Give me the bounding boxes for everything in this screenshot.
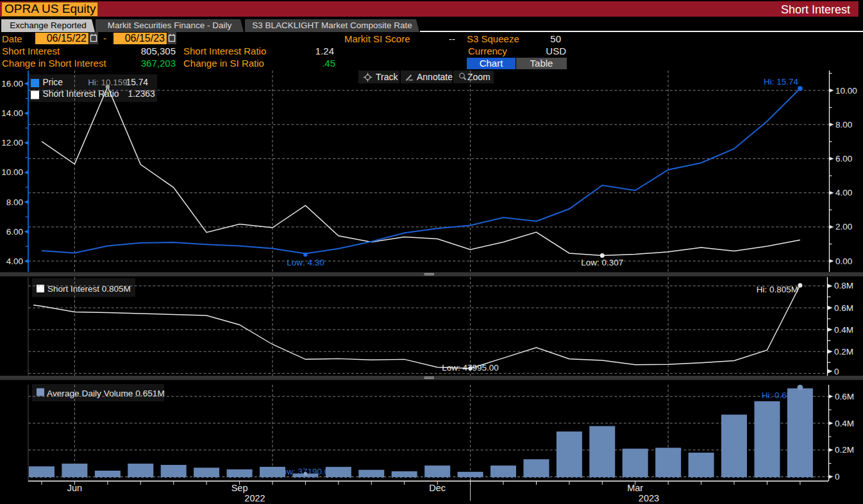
svg-text:8.00: 8.00: [835, 120, 852, 130]
svg-text:2023: 2023: [639, 493, 659, 503]
svg-text:14.00: 14.00: [1, 108, 23, 118]
svg-text:10.00: 10.00: [835, 86, 857, 96]
svg-text:Price: Price: [43, 78, 63, 87]
svg-text:Low: 47995.00: Low: 47995.00: [442, 363, 499, 373]
svg-text:Short Interest 0.805M: Short Interest 0.805M: [47, 284, 131, 294]
svg-text:16.00: 16.00: [1, 79, 23, 88]
svg-text:10.00: 10.00: [1, 167, 23, 177]
svg-text:0.6M: 0.6M: [834, 303, 853, 313]
svg-text:2.00: 2.00: [835, 222, 852, 231]
svg-text:Low: 0.307: Low: 0.307: [581, 258, 623, 267]
svg-text:0.2M: 0.2M: [834, 347, 853, 357]
svg-text:Average Daily Volume 0.651M: Average Daily Volume 0.651M: [47, 389, 165, 398]
svg-text:Hi: 15.74: Hi: 15.74: [764, 77, 799, 87]
svg-text:4.00: 4.00: [6, 256, 23, 266]
svg-text:12.00: 12.00: [1, 138, 23, 147]
svg-text:0.4M: 0.4M: [834, 325, 853, 335]
svg-text:Jun: Jun: [67, 483, 82, 493]
svg-text:6.00: 6.00: [835, 154, 852, 164]
svg-text:0.2M: 0.2M: [835, 445, 854, 455]
svg-text:6.00: 6.00: [6, 227, 23, 237]
svg-text:0.4M: 0.4M: [835, 419, 854, 428]
svg-text:Low: 4.30: Low: 4.30: [287, 258, 324, 267]
svg-text:8.00: 8.00: [6, 197, 23, 207]
svg-text:Dec: Dec: [429, 483, 446, 493]
svg-text:0: 0: [834, 367, 839, 376]
svg-text:2022: 2022: [244, 493, 265, 503]
svg-text:0.8M: 0.8M: [834, 281, 853, 290]
svg-text:Sep: Sep: [231, 483, 248, 493]
svg-text:Hi: 10.159: Hi: 10.159: [88, 78, 128, 87]
svg-text:Mar: Mar: [627, 483, 643, 493]
svg-text:4.00: 4.00: [835, 188, 852, 197]
svg-text:Hi: 0.805M: Hi: 0.805M: [757, 285, 798, 294]
svg-text:0.6M: 0.6M: [835, 392, 854, 401]
svg-text:0.00: 0.00: [835, 256, 852, 266]
svg-text:15.74: 15.74: [126, 78, 149, 87]
svg-text:0: 0: [835, 472, 840, 482]
